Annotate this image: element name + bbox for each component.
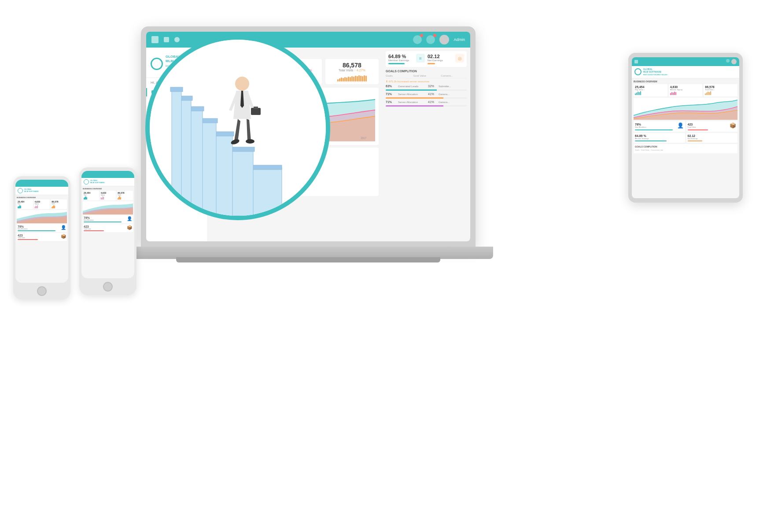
phone-screen-2: GLOBALMLM SOFTWARE BUSINESS OVERVIEW 25,…	[81, 171, 134, 278]
tablet-logo-text: GLOBALMLM SOFTWARERIGHT CHOICE FOR DIREC…	[643, 68, 667, 76]
notification-bell[interactable]	[413, 35, 422, 44]
phone-screen-1: GLOBALMLM SOFTWARE BUSINESS OVERVIEW 25,…	[15, 180, 68, 283]
phone-outer-2: GLOBALMLM SOFTWARE BUSINESS OVERVIEW 25,…	[79, 167, 136, 295]
tablet-metrics: 78% New Members 👤 423	[634, 121, 737, 132]
phone-mini-bars-1b	[35, 205, 49, 208]
svg-rect-7	[230, 147, 254, 151]
avatar[interactable]	[439, 35, 449, 44]
tablet-stat-1: 25,454 Reg Views ↑	[634, 84, 667, 96]
phone-mini-bars-2b	[101, 196, 115, 200]
svg-rect-20	[254, 107, 258, 109]
tablet-topbar	[632, 57, 739, 66]
tablet-bell-icon[interactable]	[726, 59, 730, 63]
svg-rect-4	[251, 167, 282, 216]
svg-rect-10	[202, 121, 216, 216]
tablet-mini-bars-3	[705, 91, 736, 95]
tablet-mini-bars	[635, 91, 666, 95]
net-earnings-bar	[428, 63, 435, 64]
phone-logo-area-1: GLOBALMLM SOFTWARE	[15, 187, 68, 195]
tablet-topbar-actions	[726, 59, 737, 64]
phone-stat-2c: 86,578 Visits ↑	[117, 191, 133, 200]
phone-stat-1c: 86,578 Visits ↑	[51, 200, 67, 209]
circle-inner	[150, 40, 326, 216]
phone-metrics-4: 423 Total Visits 📦	[83, 224, 133, 232]
layers-icon: ≡	[416, 54, 425, 63]
metric-row: 64.89 % Member Earnings ≡ 02.12 Net Earn…	[388, 54, 464, 64]
phone-stat-1a: 25,454 Reg ↑	[17, 200, 33, 209]
phone-outer-1: GLOBALMLM SOFTWARE BUSINESS OVERVIEW 25,…	[13, 176, 70, 299]
phone-content-2: BUSINESS OVERVIEW 25,454 Reg ↑	[81, 186, 134, 278]
phone-topbar-1	[15, 180, 68, 187]
total-visits-value: 423	[18, 234, 25, 237]
phone-metrics-1: 78% New Members 👤	[17, 224, 67, 232]
phone-home-button[interactable]	[37, 286, 47, 296]
phone-section-title-2: BUSINESS OVERVIEW	[83, 188, 133, 190]
net-earnings: 02.12 Net Earnings	[428, 54, 453, 64]
svg-rect-5	[251, 165, 282, 170]
box-icon-2: 📦	[127, 225, 132, 230]
svg-text:2017: 2017	[361, 137, 366, 140]
circle-overlay	[145, 35, 330, 220]
phone-logo-text-1: GLOBALMLM SOFTWARE	[24, 188, 39, 193]
net-earnings-value: 02.12	[428, 54, 453, 59]
goals-table: Goals Goal Value Convers... ⬆ 975.2k Inc…	[386, 74, 467, 107]
goals-alert: ⬆ 975.2k Increased server resources	[386, 80, 467, 83]
phone-dashboard-1: GLOBALMLM SOFTWARE BUSINESS OVERVIEW 25,…	[15, 180, 68, 283]
svg-rect-6	[231, 150, 253, 216]
phone-home-button-2[interactable]	[103, 282, 113, 292]
topbar-actions: Admin	[413, 35, 465, 44]
admin-label: Admin	[454, 37, 465, 42]
tablet-content: BUSINESS OVERVIEW 25,454 Reg Views ↑	[632, 78, 739, 198]
tablet-avatar[interactable]	[731, 59, 737, 64]
stat-value: 86,578	[329, 62, 375, 69]
laptop-foot	[176, 257, 440, 262]
person-icon: 👤	[61, 225, 66, 230]
tablet-dashboard: GLOBALMLM SOFTWARERIGHT CHOICE FOR DIREC…	[632, 57, 739, 198]
phone-stats-row-1: 25,454 Reg ↑ 4,630	[17, 200, 67, 209]
tablet-stats-row: 25,454 Reg Views ↑	[634, 84, 737, 96]
phone-area-chart-1	[17, 210, 67, 223]
svg-rect-11	[200, 118, 218, 123]
tablet-right-device: GLOBALMLM SOFTWARERIGHT CHOICE FOR DIREC…	[628, 53, 743, 203]
phone-stats-row-2: 25,454 Reg ↑ 4,630	[83, 191, 133, 200]
phone-topbar-2	[81, 171, 134, 178]
tablet-area-chart	[634, 98, 737, 120]
goals-bar-2	[386, 97, 467, 99]
box-icon: 📦	[730, 122, 736, 129]
total-visits-label: Total Visits	[18, 237, 25, 239]
phone-stat-1b: 4,630 Signup	[34, 200, 50, 209]
cart-icon[interactable]	[426, 35, 435, 44]
globe-icon: ◎	[455, 54, 464, 63]
new-members-bar-2	[84, 222, 122, 222]
phone-mini-bars-1c	[52, 205, 66, 208]
tablet-net-earn: 02.12 Net Earnings	[686, 133, 738, 143]
tablet-menu-icon[interactable]	[634, 60, 638, 63]
tablet-logo-circle	[634, 68, 642, 75]
total-visits-label-2: Total Visits	[84, 228, 91, 230]
svg-rect-19	[251, 108, 261, 115]
phone-logo-text-2: GLOBALMLM SOFTWARE	[90, 180, 105, 184]
svg-rect-16	[172, 90, 181, 216]
scene: Admin GLOBALMLM SOFTWARERIGHT CHOICE FOR…	[0, 0, 778, 532]
svg-rect-9	[214, 132, 234, 136]
person-icon-2: 👤	[127, 216, 132, 221]
phone-stat-2b: 4,630 Signup	[100, 191, 116, 200]
total-visits-bar	[18, 239, 38, 240]
phone-area-chart-2	[83, 201, 133, 214]
phone-metrics-3: 78% New Members 👤	[83, 215, 133, 223]
stat-total-visits: 86,578 Total Visits ↑ 4.27%	[325, 59, 379, 84]
phone-total-visits-card: 423 Total Visits 📦	[17, 233, 67, 241]
total-visits-bar-2	[84, 230, 104, 231]
person-icon: 👤	[677, 122, 684, 129]
tablet-goals: GOALS COMPLITION Goals Goal Value Conver…	[634, 144, 737, 153]
net-earnings-label: Net Earnings	[428, 59, 453, 62]
phone-logo-circle-2	[84, 179, 89, 185]
right-panel: 64.89 % Member Earnings ≡ 02.12 Net Earn…	[382, 48, 470, 241]
phone-dashboard-2: GLOBALMLM SOFTWARE BUSINESS OVERVIEW 25,…	[81, 171, 134, 278]
svg-rect-8	[215, 134, 232, 216]
phone-logo-circle-1	[18, 188, 23, 193]
tablet-screen: GLOBALMLM SOFTWARERIGHT CHOICE FOR DIREC…	[632, 57, 739, 198]
phone-left-inner-device: GLOBALMLM SOFTWARE BUSINESS OVERVIEW 25,…	[79, 167, 136, 295]
box-icon: 📦	[61, 234, 66, 239]
goals-bar-1	[386, 89, 467, 91]
